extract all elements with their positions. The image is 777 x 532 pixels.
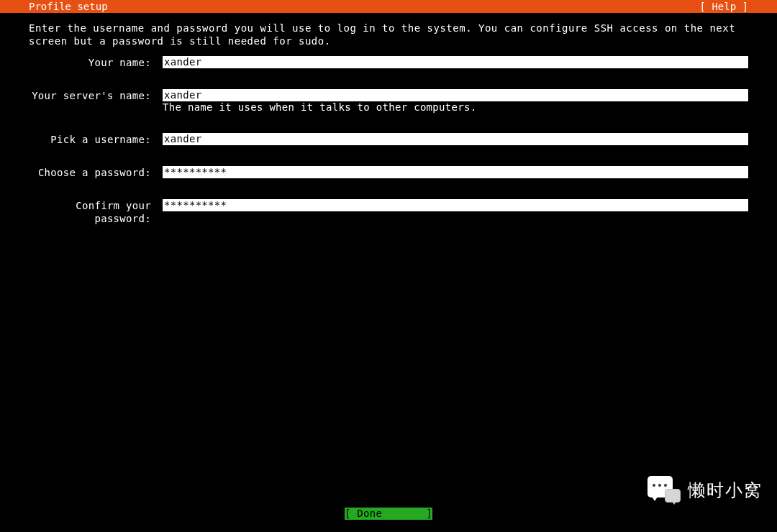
page-title: Profile setup	[29, 1, 108, 12]
your-name-input[interactable]: xander	[163, 56, 748, 68]
done-button[interactable]: [ Done ]	[345, 508, 432, 520]
confirm-password-row: Confirm your password: **********	[29, 199, 748, 225]
username-input[interactable]: xander	[163, 133, 748, 145]
password-row: Choose a password: **********	[29, 166, 748, 179]
your-name-row: Your name: xander	[29, 56, 748, 69]
wechat-icon	[648, 476, 681, 505]
server-name-label: Your server's name:	[29, 89, 163, 102]
header-bar: Profile setup [ Help ]	[0, 0, 777, 13]
confirm-password-input[interactable]: **********	[163, 199, 748, 211]
your-name-label: Your name:	[29, 56, 163, 69]
instructions-text: Enter the username and password you will…	[0, 13, 777, 47]
server-name-input[interactable]: xander	[163, 89, 748, 101]
server-name-hint: The name it uses when it talks to other …	[163, 101, 748, 113]
username-label: Pick a username:	[29, 133, 163, 146]
confirm-password-label: Confirm your password:	[29, 199, 163, 225]
server-name-row: Your server's name: xander The name it u…	[29, 89, 748, 113]
username-row: Pick a username: xander	[29, 133, 748, 146]
watermark: 懒时小窝	[648, 476, 763, 505]
help-button[interactable]: [ Help ]	[700, 1, 748, 12]
watermark-text: 懒时小窝	[688, 479, 763, 502]
profile-form: Your name: xander Your server's name: xa…	[0, 47, 777, 225]
footer: [ Done ]	[0, 508, 777, 520]
password-input[interactable]: **********	[163, 166, 748, 178]
password-label: Choose a password:	[29, 166, 163, 179]
